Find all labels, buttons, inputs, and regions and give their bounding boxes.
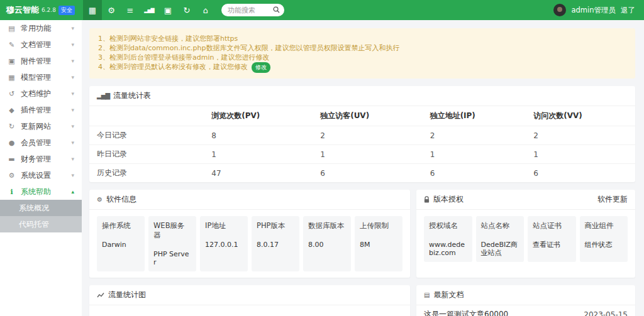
- document-icon: ▤: [424, 291, 430, 298]
- document-icon: ✎: [8, 41, 16, 49]
- brand-version: 6.2.8: [42, 7, 56, 13]
- doc-title-link[interactable]: 这是一篇测试文章60000: [424, 309, 508, 316]
- card-header: 版本授权 软件更新: [416, 190, 635, 210]
- card-header: 流量统计图: [89, 285, 410, 305]
- sidebar-item-documents[interactable]: ✎ 文档管理 ▾: [0, 36, 82, 53]
- chevron-down-icon: ▾: [71, 90, 74, 97]
- finance-icon: ▬: [8, 155, 16, 163]
- submenu-item-code-hosting[interactable]: 代码托管: [0, 216, 82, 232]
- chevron-down-icon: ▾: [71, 139, 74, 146]
- help-submenu: 系统概况 代码托管: [0, 200, 82, 232]
- chevron-down-icon: ▾: [71, 74, 74, 80]
- view-cert-link[interactable]: 查看证书: [533, 241, 571, 249]
- sidebar-item-finance[interactable]: ▬ 财务管理 ▾: [0, 151, 82, 167]
- sidebar-item-settings[interactable]: ⚙ 系统设置 ▾: [0, 167, 82, 183]
- chevron-down-icon: ▾: [71, 58, 74, 64]
- license-box-component: 商业组件 组件状态: [580, 216, 628, 262]
- sidebar-item-update-site[interactable]: ↻ 更新网站 ▾: [0, 118, 82, 134]
- topbar-icons: ▦ ⚙ ≡ ▂▅▇ ▣ ↻ ⌂: [83, 0, 215, 20]
- alert-line: 4、检测到管理员默认名称没有修改，建议您修改修改: [98, 62, 626, 73]
- gears-icon: ⚙: [97, 196, 103, 203]
- sidebar-item-label: 系统帮助: [21, 187, 51, 197]
- info-label: IP地址: [205, 221, 243, 231]
- alert-line: 2、检测到data/common.inc.php数据库文件写入权限，建议您以管理…: [98, 43, 626, 53]
- fix-button[interactable]: 修改: [252, 62, 270, 73]
- submenu-item-label: 系统概况: [19, 203, 49, 214]
- table-row: 今日记录 8 2 2 2: [89, 126, 635, 145]
- home-icon[interactable]: ⌂: [196, 0, 215, 20]
- lock-icon: [424, 196, 430, 203]
- logout-button[interactable]: 退了: [621, 6, 635, 15]
- table-row: 历史记录 47 6 6 6: [89, 164, 635, 183]
- cell-uv: 6: [313, 164, 422, 183]
- info-value: Darwin: [102, 241, 140, 249]
- avatar[interactable]: [553, 4, 566, 16]
- sidebar-item-label: 文档维护: [21, 89, 51, 99]
- info-label: WEB服务器: [153, 221, 191, 240]
- info-value: PHP Server: [153, 250, 191, 266]
- list-item: 这是一篇测试文章60000 2023-05-15: [416, 305, 635, 316]
- sidebar-item-label: 文档管理: [21, 40, 51, 50]
- refresh-icon: ↻: [8, 123, 16, 131]
- maintain-icon: ↺: [8, 90, 16, 98]
- row-label: 今日记录: [89, 126, 204, 145]
- sidebar-item-label: 附件管理: [21, 56, 51, 67]
- docs-list: 这是一篇测试文章60000 2023-05-15 这是一篇测试文章59999 2…: [416, 305, 635, 316]
- sidebar-item-models[interactable]: ▦ 模型管理 ▾: [0, 69, 82, 85]
- sidebar-item-label: 财务管理: [21, 154, 51, 165]
- gear-icon: ⚙: [8, 172, 16, 180]
- col-uv: 独立访客(UV): [313, 106, 422, 126]
- cell-pv: 1: [204, 145, 313, 164]
- traffic-chart: 2520151050: [89, 305, 410, 316]
- refresh-icon[interactable]: ↻: [177, 0, 196, 20]
- row-label: 昨日记录: [89, 145, 204, 164]
- submenu-item-system-overview[interactable]: 系统概况: [0, 200, 82, 216]
- cell-uv: 2: [313, 126, 422, 145]
- chevron-down-icon: ▾: [71, 41, 74, 48]
- cell-uv: 1: [313, 145, 422, 164]
- card-title: 软件信息: [106, 194, 136, 205]
- model-icon: ▦: [8, 74, 16, 82]
- folder-icon[interactable]: ▣: [158, 0, 177, 20]
- main-content: 1、检测到网站非安全链接，建议您部署https 2、检测到data/common…: [82, 20, 644, 316]
- sidebar-item-attachments[interactable]: ▣ 附件管理 ▾: [0, 53, 82, 69]
- software-update-link[interactable]: 软件更新: [597, 194, 628, 205]
- info-label: 数据库版本: [308, 221, 346, 231]
- component-status-link[interactable]: 组件状态: [585, 241, 623, 249]
- traffic-chart-svg: 2520151050: [91, 308, 401, 316]
- chevron-down-icon: ▾: [71, 107, 74, 113]
- function-search: [221, 4, 284, 16]
- card-header: ⚙ 软件信息: [89, 190, 410, 210]
- info-value: 8M: [360, 241, 397, 249]
- menu-icon[interactable]: ≡: [121, 0, 140, 20]
- license-box-cert: 站点证书 查看证书: [528, 216, 576, 262]
- cell-vv: 1: [526, 145, 635, 164]
- dashboard-grid-icon[interactable]: ▦: [83, 0, 102, 20]
- sidebar: ▤ 常用功能 ▾ ✎ 文档管理 ▾ ▣ 附件管理 ▾ ▦ 模型管理 ▾ ↺ 文档…: [0, 20, 82, 316]
- topbar: 穆云智能 6.2.8 安全 ▦ ⚙ ≡ ▂▅▇ ▣ ↻ ⌂ admin管理员 退…: [0, 0, 644, 20]
- alert-line: 1、检测到网站非安全链接，建议您部署https: [98, 34, 626, 43]
- info-box-os: 操作系统 Darwin: [97, 216, 145, 271]
- username[interactable]: admin管理员: [571, 6, 616, 15]
- info-value: DedeBIZ商业站点: [481, 241, 519, 257]
- chevron-down-icon: ▾: [71, 25, 74, 31]
- license-box-sitename: 站点名称 DedeBIZ商业站点: [476, 216, 525, 262]
- col-vv: 访问次数(VV): [526, 106, 635, 126]
- bar-chart-icon[interactable]: ▂▅▇: [140, 0, 158, 20]
- sidebar-item-maintenance[interactable]: ↺ 文档维护 ▾: [0, 85, 82, 102]
- info-box-db: 数据库版本 8.00: [303, 216, 351, 271]
- sidebar-item-plugins[interactable]: ◆ 插件管理 ▾: [0, 102, 82, 118]
- card-title: 流量统计表: [113, 90, 151, 101]
- alert-line-text: 4、检测到管理员默认名称没有修改，建议您修改: [98, 63, 248, 71]
- sidebar-item-members[interactable]: ● 会员管理 ▾: [0, 134, 82, 151]
- sidebar-item-help[interactable]: ℹ 系统帮助 ▴: [0, 183, 82, 200]
- member-icon: ●: [8, 139, 16, 147]
- sidebar-item-common[interactable]: ▤ 常用功能 ▾: [0, 20, 82, 36]
- cell-vv: 2: [526, 126, 635, 145]
- license-box-domain: 授权域名 www.dedebiz.com: [424, 216, 472, 262]
- table-row: 昨日记录 1 1 1 1: [89, 145, 635, 164]
- info-box-webserver: WEB服务器 PHP Server: [148, 216, 196, 271]
- gear-icon[interactable]: ⚙: [102, 0, 121, 20]
- info-label: 站点名称: [481, 221, 519, 231]
- software-info-card: ⚙ 软件信息 操作系统 Darwin WEB服务器 PHP Server IP地…: [89, 190, 410, 278]
